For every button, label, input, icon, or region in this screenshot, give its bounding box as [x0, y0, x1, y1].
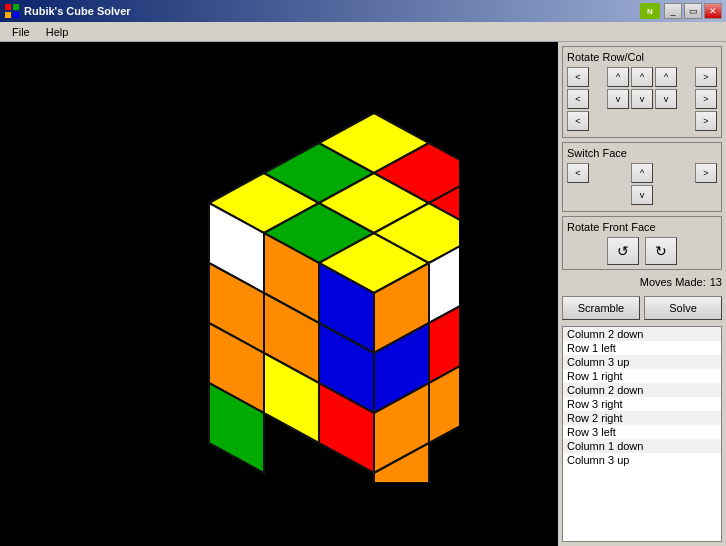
moves-made-value: 13: [710, 276, 722, 288]
menu-bar: File Help: [0, 22, 726, 42]
rotate-row-3: < >: [567, 111, 717, 131]
menu-file[interactable]: File: [4, 24, 38, 40]
rotate-up3-btn[interactable]: ^: [655, 67, 677, 87]
list-item: Column 1 down: [563, 439, 721, 453]
switch-right-btn[interactable]: >: [695, 163, 717, 183]
cube-svg: [99, 103, 459, 483]
rotate-up2-btn[interactable]: ^: [631, 67, 653, 87]
switch-face-title: Switch Face: [567, 147, 717, 159]
rotate-right3-btn[interactable]: >: [695, 111, 717, 131]
switch-face-section: Switch Face < ^ > v: [562, 142, 722, 212]
move-list[interactable]: Column 2 down Row 1 left Column 3 up Row…: [562, 326, 722, 542]
svg-rect-1: [13, 4, 19, 10]
nvidia-badge: N: [640, 3, 660, 19]
menu-help[interactable]: Help: [38, 24, 77, 40]
minimize-button[interactable]: _: [664, 3, 682, 19]
list-item: Row 2 right: [563, 411, 721, 425]
list-item: Column 2 down: [563, 327, 721, 341]
rotate-front-title: Rotate Front Face: [567, 221, 717, 233]
rotate-left3-btn[interactable]: <: [567, 111, 589, 131]
svg-rect-2: [5, 12, 11, 18]
rotate-right-btn[interactable]: >: [695, 67, 717, 87]
rotate-row-1: < ^ ^ ^ >: [567, 67, 717, 87]
cube-view: [0, 42, 558, 546]
solve-button[interactable]: Solve: [644, 296, 722, 320]
svg-rect-0: [5, 4, 11, 10]
rotate-cw-btn[interactable]: ↻: [645, 237, 677, 265]
list-item: Row 3 right: [563, 397, 721, 411]
moves-made-label: Moves Made:: [640, 276, 706, 288]
scramble-button[interactable]: Scramble: [562, 296, 640, 320]
list-item: Row 3 left: [563, 425, 721, 439]
rotate-left-btn[interactable]: <: [567, 67, 589, 87]
rotate-front-section: Rotate Front Face ↺ ↻: [562, 216, 722, 270]
list-item: Column 3 up: [563, 453, 721, 467]
rotate-up1-btn[interactable]: ^: [607, 67, 629, 87]
close-button[interactable]: ✕: [704, 3, 722, 19]
window-controls: _ ▭ ✕: [664, 3, 722, 19]
switch-up-btn[interactable]: ^: [631, 163, 653, 183]
rotate-row-2: < v v v >: [567, 89, 717, 109]
list-item: Column 2 down: [563, 383, 721, 397]
rotate-down2-btn[interactable]: v: [631, 89, 653, 109]
restore-button[interactable]: ▭: [684, 3, 702, 19]
moves-made-row: Moves Made: 13: [562, 276, 722, 288]
list-item: Column 3 up: [563, 355, 721, 369]
title-bar: Rubik's Cube Solver N _ ▭ ✕: [0, 0, 726, 22]
main-content: Rotate Row/Col < ^ ^ ^ > < v v v >: [0, 42, 726, 546]
rotate-front-buttons: ↺ ↻: [567, 237, 717, 265]
rotate-ccw-btn[interactable]: ↺: [607, 237, 639, 265]
switch-down-btn[interactable]: v: [631, 185, 653, 205]
rotate-down3-btn[interactable]: v: [655, 89, 677, 109]
rotate-rowcol-section: Rotate Row/Col < ^ ^ ^ > < v v v >: [562, 46, 722, 138]
action-row: Scramble Solve: [562, 296, 722, 320]
switch-face-row1: < ^ >: [567, 163, 717, 183]
cube-svg-container: [99, 103, 459, 485]
rotate-rowcol-title: Rotate Row/Col: [567, 51, 717, 63]
switch-left-btn[interactable]: <: [567, 163, 589, 183]
window-title: Rubik's Cube Solver: [24, 5, 640, 17]
svg-rect-3: [13, 12, 19, 18]
right-panel: Rotate Row/Col < ^ ^ ^ > < v v v >: [558, 42, 726, 546]
rotate-right2-btn[interactable]: >: [695, 89, 717, 109]
rotate-left2-btn[interactable]: <: [567, 89, 589, 109]
list-item: Row 1 right: [563, 369, 721, 383]
rotate-down1-btn[interactable]: v: [607, 89, 629, 109]
list-item: Row 1 left: [563, 341, 721, 355]
app-icon: [4, 3, 20, 19]
switch-face-row2: v: [567, 185, 717, 205]
